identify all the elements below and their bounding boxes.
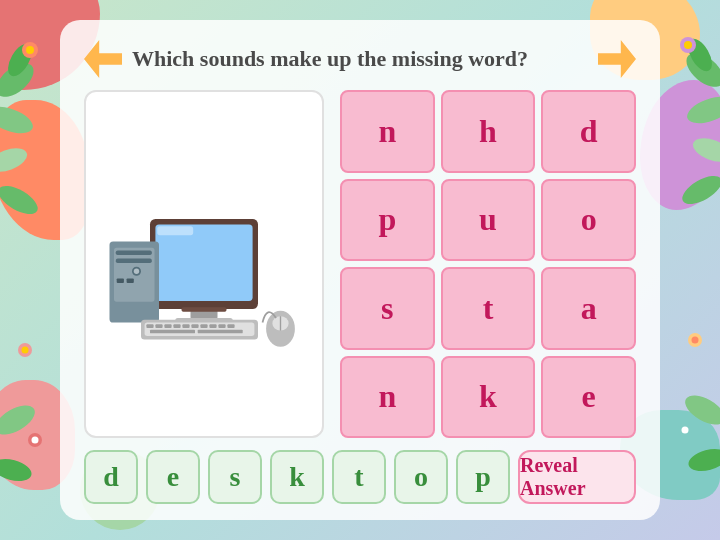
svg-point-25 xyxy=(682,427,689,434)
svg-rect-44 xyxy=(164,324,171,328)
image-panel xyxy=(84,90,324,438)
letter-grid: nhdpuostanke xyxy=(340,90,636,438)
svg-point-21 xyxy=(692,337,699,344)
svg-rect-49 xyxy=(209,324,216,328)
grid-cell-d-2[interactable]: d xyxy=(541,90,636,173)
svg-point-16 xyxy=(690,134,720,166)
answer-tile-o-5[interactable]: o xyxy=(394,450,448,504)
svg-point-4 xyxy=(0,180,42,219)
svg-rect-50 xyxy=(218,324,225,328)
question-row: Which sounds make up the missing word? xyxy=(84,40,636,78)
grid-cell-u-4[interactable]: u xyxy=(441,179,536,262)
svg-rect-51 xyxy=(227,324,234,328)
svg-point-23 xyxy=(686,445,720,475)
svg-point-37 xyxy=(134,269,139,274)
svg-rect-31 xyxy=(182,307,227,312)
svg-rect-43 xyxy=(155,324,162,328)
answer-tile-p-6[interactable]: p xyxy=(456,450,510,504)
svg-point-12 xyxy=(32,437,39,444)
main-card: Which sounds make up the missing word? xyxy=(60,20,660,520)
answer-tile-k-3[interactable]: k xyxy=(270,450,324,504)
grid-cell-t-7[interactable]: t xyxy=(441,267,536,350)
svg-rect-42 xyxy=(146,324,153,328)
grid-cell-n-9[interactable]: n xyxy=(340,356,435,439)
content-row: nhdpuostanke xyxy=(84,90,636,438)
svg-point-6 xyxy=(26,46,34,54)
svg-point-19 xyxy=(684,41,692,49)
svg-rect-47 xyxy=(191,324,198,328)
answer-tile-t-4[interactable]: t xyxy=(332,450,386,504)
svg-point-10 xyxy=(0,455,34,485)
svg-rect-30 xyxy=(157,226,193,235)
grid-cell-h-1[interactable]: h xyxy=(441,90,536,173)
answer-tile-e-1[interactable]: e xyxy=(146,450,200,504)
grid-cell-a-8[interactable]: a xyxy=(541,267,636,350)
prev-button[interactable] xyxy=(84,40,122,78)
grid-cell-o-5[interactable]: o xyxy=(541,179,636,262)
svg-rect-35 xyxy=(116,259,152,264)
svg-rect-39 xyxy=(127,278,134,283)
svg-rect-52 xyxy=(150,330,195,334)
grid-cell-e-11[interactable]: e xyxy=(541,356,636,439)
svg-rect-34 xyxy=(116,251,152,256)
svg-rect-53 xyxy=(198,330,243,334)
answer-tile-d-0[interactable]: d xyxy=(84,450,138,504)
svg-point-17 xyxy=(678,170,720,209)
svg-rect-46 xyxy=(182,324,189,328)
grid-cell-s-6[interactable]: s xyxy=(340,267,435,350)
svg-rect-45 xyxy=(173,324,180,328)
grid-cell-n-0[interactable]: n xyxy=(340,90,435,173)
computer-image xyxy=(94,174,314,354)
svg-point-3 xyxy=(0,144,30,176)
grid-cell-k-10[interactable]: k xyxy=(441,356,536,439)
svg-rect-38 xyxy=(117,278,124,283)
svg-point-8 xyxy=(22,347,29,354)
svg-rect-29 xyxy=(155,224,252,301)
next-button[interactable] xyxy=(598,40,636,78)
svg-point-1 xyxy=(0,101,36,138)
question-text: Which sounds make up the missing word? xyxy=(132,46,588,72)
answer-tile-s-2[interactable]: s xyxy=(208,450,262,504)
grid-cell-p-3[interactable]: p xyxy=(340,179,435,262)
reveal-answer-button[interactable]: Reveal Answer xyxy=(518,450,636,504)
svg-rect-48 xyxy=(200,324,207,328)
bottom-row: desktopReveal Answer xyxy=(84,450,636,504)
svg-point-14 xyxy=(684,91,720,128)
